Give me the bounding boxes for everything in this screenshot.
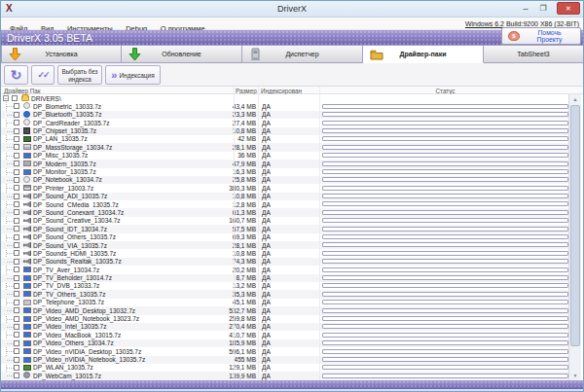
table-row[interactable]: DP_CardReader_13035.7z 27,4 МВ ДА: [1, 119, 570, 126]
row-checkbox[interactable]: [14, 340, 19, 346]
select-without-index-button[interactable]: Выбрать без индекса: [57, 65, 102, 85]
row-checkbox[interactable]: [14, 234, 19, 240]
column-indexed[interactable]: Индексирован: [261, 88, 302, 94]
tab-manager[interactable]: Диспетчер: [242, 45, 363, 63]
table-row[interactable]: DP_Misc_13035.7z 36 МВ ДА: [1, 152, 570, 160]
table-row[interactable]: DP_Chipset_13035.7z 10,8 МВ ДА: [1, 127, 570, 135]
table-row[interactable]: DP_Sound_Conexant_13034.7z 61,3 МВ ДА: [1, 208, 570, 216]
row-checkbox[interactable]: [14, 332, 19, 338]
indexing-button[interactable]: »Индексация: [105, 65, 161, 85]
row-checkbox[interactable]: [14, 153, 19, 159]
table-row[interactable]: DP_Sounds_Realtak_13035.7z 74,3 МВ ДА: [1, 258, 570, 266]
status-progressbar: [322, 349, 568, 354]
table-row[interactable]: DP_TV_DVB_13033.7z 13,2 МВ ДА: [1, 282, 570, 290]
table-row[interactable]: DP_Video_Intel_13035.7z 270,4 МВ ДА: [1, 323, 570, 331]
table-row[interactable]: DP_Video_MacBook_13015.7z 410,7 МВ ДА: [1, 331, 570, 339]
table-row[interactable]: DP_WebCam_13015.7z 139,9 МВ ДА: [1, 372, 570, 379]
row-checkbox[interactable]: [14, 316, 19, 322]
row-checkbox[interactable]: [14, 259, 19, 265]
table-row[interactable]: DP_Printer_13003.7z 380,3 МВ ДА: [1, 184, 570, 192]
donate-button[interactable]: $ ПомочьПроекту: [501, 27, 581, 45]
table-row[interactable]: DP_Sound_CMedia_13035.7z 12,8 МВ ДА: [1, 200, 570, 208]
table-row[interactable]: DP_WLAN_13035.7z 129,1 МВ ДА: [1, 364, 570, 372]
table-row[interactable]: DP_TV_Aver_13034.7z 20,2 МВ ДА: [1, 266, 570, 273]
table-row[interactable]: DP_Biometric_13033.7z 43,4 МВ ДА: [1, 102, 570, 110]
row-checkbox[interactable]: [14, 185, 19, 191]
row-checkbox[interactable]: [14, 177, 19, 183]
minimize-button[interactable]: –: [519, 4, 532, 14]
row-checkbox[interactable]: [14, 194, 19, 199]
row-checkbox[interactable]: [14, 365, 19, 371]
table-row[interactable]: DP_Telephone_13035.7z 45,1 МВ ДА: [1, 299, 570, 306]
scroll-down-icon[interactable]: ▼: [569, 373, 581, 378]
table-row-root[interactable]: − DRIVERS\: [1, 94, 570, 102]
table-row[interactable]: DP_MassStorage_13034.7z 28,1 МВ ДА: [1, 143, 570, 151]
collapse-icon[interactable]: −: [3, 95, 9, 101]
row-checkbox[interactable]: [14, 120, 19, 125]
scroll-up-icon[interactable]: ▲: [569, 96, 581, 102]
row-checkbox[interactable]: [14, 348, 19, 354]
tab-driver-packs[interactable]: Драйвер-паки: [363, 45, 484, 63]
sound-icon: [23, 209, 31, 215]
table-row[interactable]: DP_Sound_ADI_13035.7z 10,8 МВ ДА: [1, 193, 570, 200]
screen-icon: [23, 316, 31, 322]
title-bar[interactable]: X DriverX – ❐ ✕: [1, 1, 583, 18]
row-checkbox[interactable]: [12, 95, 18, 101]
row-checkbox[interactable]: [14, 218, 19, 224]
table-row[interactable]: DP_Sound_IDT_13034.7z 57,5 МВ ДА: [1, 225, 570, 232]
status-progressbar: [322, 267, 568, 272]
row-checkbox[interactable]: [14, 201, 19, 207]
table-row[interactable]: DP_Video_nVIDIA_Desktop_13035.7z 596,1 М…: [1, 347, 570, 355]
row-checkbox[interactable]: [14, 226, 19, 232]
row-checkbox[interactable]: [14, 144, 19, 150]
column-size[interactable]: Размер: [236, 88, 257, 94]
tab-update[interactable]: Обновление: [122, 45, 242, 63]
table-row[interactable]: DP_Notebook_13034.7z 25,8 МВ ДА: [1, 176, 570, 184]
table-row[interactable]: DP_Monitor_13035.7z 16,3 МВ ДА: [1, 168, 570, 176]
table-row[interactable]: DP_Sound_Others_13035.7z 69,3 МВ ДА: [1, 233, 570, 241]
table-row[interactable]: DP_LAN_13035.7z 42 МВ ДА: [1, 135, 570, 143]
table-row[interactable]: DP_TV_Beholder_13014.7z 8,7 МВ ДА: [1, 274, 570, 282]
row-checkbox[interactable]: [14, 128, 19, 134]
row-checkbox[interactable]: [14, 307, 19, 313]
row-checkbox[interactable]: [14, 357, 19, 363]
status-progressbar: [322, 186, 568, 191]
select-all-button[interactable]: ✓✓: [31, 65, 55, 85]
vertical-scrollbar[interactable]: ▲ ▼: [568, 94, 581, 380]
status-progressbar: [322, 365, 568, 370]
table-row[interactable]: DP_Video_AMD_Desktop_13032.7z 532,7 МВ Д…: [1, 306, 570, 314]
row-checkbox[interactable]: [14, 169, 19, 175]
row-label: DP_Sounds_HDMI_13035.7z: [33, 250, 116, 257]
scrollbar-thumb[interactable]: [570, 105, 580, 346]
row-checkbox[interactable]: [14, 324, 19, 330]
row-checkbox[interactable]: [14, 373, 19, 378]
row-checkbox[interactable]: [14, 275, 19, 281]
column-driver-pack[interactable]: Драйвер Пак: [4, 88, 41, 94]
table-row[interactable]: DP_Bluetooth_13035.7z 23,3 МВ ДА: [1, 111, 570, 119]
row-checkbox[interactable]: [14, 112, 19, 118]
table-row[interactable]: DP_Sounds_HDMI_13035.7z 10,8 МВ ДА: [1, 249, 570, 257]
table-row[interactable]: DP_Video_Others_13034.7z 185,9 МВ ДА: [1, 339, 570, 347]
row-checkbox[interactable]: [14, 160, 19, 166]
tab-install[interactable]: Установка: [1, 45, 122, 63]
maximize-button[interactable]: ❐: [536, 4, 550, 13]
row-checkbox[interactable]: [14, 283, 19, 289]
tab-tabsheet3[interactable]: TabSheet3: [484, 45, 584, 63]
table-row[interactable]: DP_TV_Others_13035.7z 35,3 МВ ДА: [1, 290, 570, 298]
refresh-button[interactable]: ↻: [4, 65, 28, 85]
row-checkbox[interactable]: [14, 242, 19, 248]
row-checkbox[interactable]: [14, 250, 19, 256]
table-row[interactable]: DP_Video_nVIDIA_Notebook_13035.7z 455 МВ…: [1, 356, 570, 364]
row-checkbox[interactable]: [14, 267, 19, 272]
table-row[interactable]: DP_Video_AMD_Notebook_13023.7z 259,8 МВ …: [1, 315, 570, 323]
table-row[interactable]: DP_Sound_Creative_13034.7z 160,7 МВ ДА: [1, 217, 570, 225]
table-row[interactable]: DP_Modem_13035.7z 47,9 МВ ДА: [1, 160, 570, 167]
row-checkbox[interactable]: [14, 209, 19, 215]
row-checkbox[interactable]: [14, 136, 19, 142]
close-button[interactable]: ✕: [557, 2, 580, 15]
row-checkbox[interactable]: [14, 291, 19, 297]
row-checkbox[interactable]: [14, 103, 19, 109]
row-checkbox[interactable]: [14, 300, 19, 305]
table-row[interactable]: DP_Sound_VIA_13035.7z 28,1 МВ ДА: [1, 241, 570, 249]
column-status[interactable]: Статус: [322, 88, 568, 94]
